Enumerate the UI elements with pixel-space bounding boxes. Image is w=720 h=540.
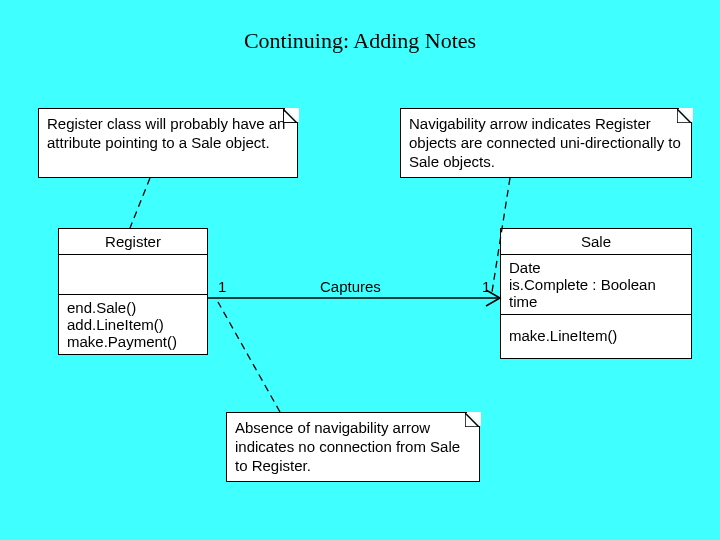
note-text: Absence of navigability arrow indicates … — [235, 419, 460, 474]
page-title: Continuing: Adding Notes — [0, 28, 720, 54]
svg-line-8 — [130, 178, 150, 228]
note-register-attribute: Register class will probably have an att… — [38, 108, 298, 178]
class-op: make.LineItem() — [509, 327, 683, 344]
class-ops: make.LineItem() — [501, 315, 691, 358]
class-op: add.LineItem() — [67, 316, 199, 333]
note-text: Navigability arrow indicates Register ob… — [409, 115, 681, 170]
class-attr: is.Complete : Boolean — [509, 276, 683, 293]
svg-line-10 — [218, 302, 280, 412]
multiplicity-left: 1 — [218, 278, 226, 295]
note-no-navigability: Absence of navigability arrow indicates … — [226, 412, 480, 482]
class-attrs-empty — [59, 255, 207, 295]
class-attrs: Date is.Complete : Boolean time — [501, 255, 691, 315]
note-text: Register class will probably have an att… — [47, 115, 285, 151]
class-op: end.Sale() — [67, 299, 199, 316]
class-attr: Date — [509, 259, 683, 276]
multiplicity-right: 1 — [482, 278, 490, 295]
class-register: Register end.Sale() add.LineItem() make.… — [58, 228, 208, 355]
class-attr: time — [509, 293, 683, 310]
class-op: make.Payment() — [67, 333, 199, 350]
class-name: Register — [59, 229, 207, 255]
class-ops: end.Sale() add.LineItem() make.Payment() — [59, 295, 207, 354]
note-navigability: Navigability arrow indicates Register ob… — [400, 108, 692, 178]
class-name: Sale — [501, 229, 691, 255]
class-sale: Sale Date is.Complete : Boolean time mak… — [500, 228, 692, 359]
association-label: Captures — [320, 278, 381, 295]
